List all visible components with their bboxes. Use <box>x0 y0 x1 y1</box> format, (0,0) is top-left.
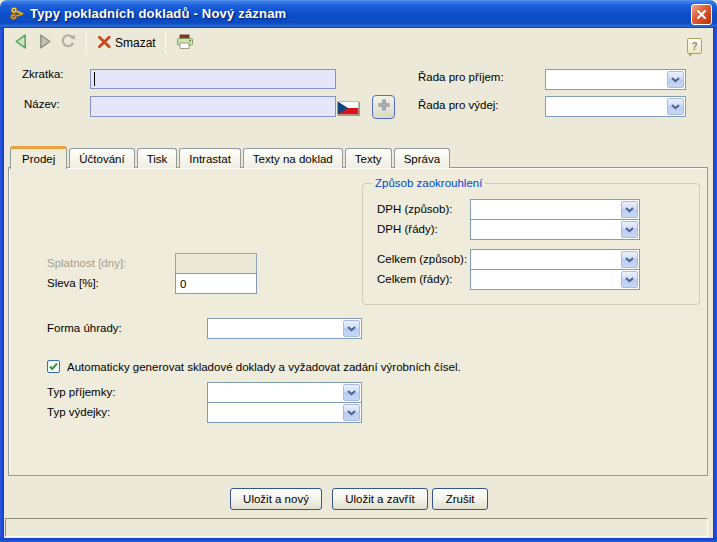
typ-vydejky-value <box>208 403 342 422</box>
splatnost-label: Splatnost [dny]: <box>47 257 126 269</box>
typ-prijemky-value <box>208 383 342 402</box>
tab-intrastat[interactable]: Intrastat <box>179 148 241 168</box>
forma-uhrady-label: Forma úhrady: <box>47 322 122 334</box>
rounding-group-title: Způsob zaokrouhlení <box>372 177 485 189</box>
plus-icon <box>377 98 391 116</box>
tab-strip: Prodej Účtování Tisk Intrastat Texty na … <box>10 145 452 168</box>
forward-button[interactable] <box>33 31 56 55</box>
print-button[interactable] <box>172 31 198 55</box>
save-and-close-button[interactable]: Uložit a zavřít <box>332 488 428 510</box>
forma-uhrady-combobox[interactable] <box>207 318 362 339</box>
app-keys-icon <box>8 6 24 22</box>
printer-icon <box>175 33 195 54</box>
zkratka-label: Zkratka: <box>22 68 64 80</box>
celkem-rady-combobox[interactable] <box>470 269 640 290</box>
window-title: Typy pokladních dokladů - Nový záznam <box>30 6 286 21</box>
toolbar-separator <box>165 32 166 54</box>
window-border-right <box>713 28 717 542</box>
back-arrow-icon <box>13 33 30 54</box>
rada-vydej-value <box>546 97 666 116</box>
typ-prijemky-label: Typ příjemky: <box>47 386 115 398</box>
chevron-down-icon[interactable] <box>667 98 684 115</box>
dialog-window: Typy pokladních dokladů - Nový záznam <box>0 0 717 542</box>
dph-zpusob-value <box>471 200 620 219</box>
czech-flag-icon <box>337 101 359 115</box>
delete-x-icon <box>96 33 113 54</box>
tab-texty-na-doklad[interactable]: Texty na doklad <box>243 148 343 168</box>
question-mark-icon: ? <box>691 41 697 52</box>
celkem-zpusob-label: Celkem (způsob): <box>377 253 467 265</box>
toolbar: Smazat ? <box>4 28 713 58</box>
nazev-label: Název: <box>24 98 60 110</box>
auto-generate-checkbox[interactable] <box>47 360 60 373</box>
text-caret <box>94 72 95 86</box>
close-button[interactable] <box>691 4 712 25</box>
chevron-down-icon[interactable] <box>621 271 638 288</box>
chevron-down-icon[interactable] <box>621 221 638 238</box>
delete-button[interactable]: Smazat <box>93 31 159 55</box>
sleva-input[interactable]: 0 <box>175 273 257 294</box>
checkmark-icon <box>48 358 59 376</box>
typ-vydejky-combobox[interactable] <box>207 402 362 423</box>
celkem-rady-value <box>471 270 620 289</box>
refresh-icon <box>59 32 77 54</box>
status-bar <box>5 518 708 537</box>
toolbar-separator <box>86 32 87 54</box>
window-border-left <box>0 28 4 542</box>
rada-prijem-label: Řada pro příjem: <box>418 71 504 83</box>
window-border-bottom <box>0 538 717 542</box>
cancel-button[interactable]: Zrušit <box>432 488 488 510</box>
title-bar: Typy pokladních dokladů - Nový záznam <box>0 0 717 28</box>
dph-zpusob-combobox[interactable] <box>470 199 640 220</box>
zkratka-input[interactable] <box>90 69 336 89</box>
forward-arrow-icon <box>36 33 53 54</box>
refresh-button[interactable] <box>56 31 80 55</box>
typ-vydejky-label: Typ výdejky: <box>47 406 110 418</box>
help-button[interactable]: ? <box>687 38 702 54</box>
chevron-down-icon[interactable] <box>621 251 638 268</box>
rada-prijem-combobox[interactable] <box>545 69 686 90</box>
chevron-down-icon[interactable] <box>621 201 638 218</box>
dph-rady-value <box>471 220 620 239</box>
celkem-zpusob-value <box>471 250 620 269</box>
tab-sprava[interactable]: Správa <box>394 148 450 168</box>
delete-button-label: Smazat <box>115 36 156 50</box>
dph-zpusob-label: DPH (způsob): <box>377 203 452 215</box>
save-and-new-button[interactable]: Uložit a nový <box>230 488 322 510</box>
chevron-down-icon[interactable] <box>667 71 684 88</box>
sleva-label: Sleva [%]: <box>47 277 99 289</box>
dph-rady-combobox[interactable] <box>470 219 640 240</box>
celkem-zpusob-combobox[interactable] <box>470 249 640 270</box>
tab-uctovani[interactable]: Účtování <box>69 148 134 168</box>
chevron-down-icon[interactable] <box>343 320 360 337</box>
dph-rady-label: DPH (řády): <box>377 223 438 235</box>
celkem-rady-label: Celkem (řády): <box>377 273 452 285</box>
typ-prijemky-combobox[interactable] <box>207 382 362 403</box>
rada-vydej-label: Řada pro výdej: <box>418 99 499 111</box>
tab-texty[interactable]: Texty <box>345 148 392 168</box>
nazev-input[interactable] <box>90 96 336 117</box>
splatnost-input <box>175 253 257 274</box>
tab-tisk[interactable]: Tisk <box>137 148 178 168</box>
chevron-down-icon[interactable] <box>343 384 360 401</box>
add-language-button[interactable] <box>372 95 395 119</box>
back-button[interactable] <box>10 31 33 55</box>
auto-generate-checkbox-label: Automaticky generovat skladové doklady a… <box>67 361 461 373</box>
forma-uhrady-value <box>208 319 342 338</box>
rada-vydej-combobox[interactable] <box>545 96 686 117</box>
chevron-down-icon[interactable] <box>343 404 360 421</box>
rada-prijem-value <box>546 70 666 89</box>
tab-prodej[interactable]: Prodej <box>10 146 67 169</box>
